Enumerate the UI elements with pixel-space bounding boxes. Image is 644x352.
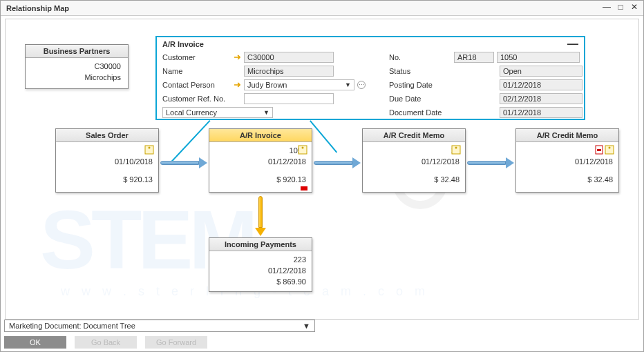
sales-order-card[interactable]: Sales Order 3 01/10/2018 $ 920.13: [55, 128, 159, 193]
lbl-no: No.: [389, 53, 451, 61]
view-mode-value: Marketing Document: Document Tree: [9, 322, 135, 330]
lbl-docdate: Document Date: [389, 108, 451, 117]
flow-arrow-icon: [467, 159, 514, 166]
go-back-button: Go Back: [75, 336, 137, 349]
minimize-icon[interactable]: —: [602, 2, 612, 12]
series-field[interactable]: AR18: [454, 52, 494, 63]
ar-invoice-detail-panel: A/R Invoice — Customer➜C30000 NameMicroc…: [155, 36, 585, 120]
svg-point-1: [149, 147, 151, 149]
ar-credit-memo-cancelled-card[interactable]: A/R Credit Memo 11 01/12/2018 $ 32.48: [515, 128, 619, 193]
relationship-map-window: Relationship Map — □ ✕ STEM® w w w . s t…: [0, 0, 644, 352]
card-date: 01/12/2018: [522, 156, 613, 167]
note-icon[interactable]: [451, 145, 461, 155]
lbl-status: Status: [389, 67, 451, 75]
card-amount: $ 920.13: [215, 174, 306, 185]
detail-title: A/R Invoice: [162, 40, 204, 48]
link-arrow-icon[interactable]: ➜: [233, 81, 241, 89]
status-field: Open: [500, 66, 583, 77]
svg-rect-7: [597, 149, 601, 151]
flow-arrow-icon: [160, 159, 207, 166]
card-title: A/R Invoice: [209, 129, 312, 142]
svg-point-5: [455, 147, 457, 149]
card-title: Sales Order: [56, 129, 158, 142]
go-forward-button: Go Forward: [145, 336, 207, 349]
window-controls: — □ ✕: [602, 2, 639, 12]
ok-button[interactable]: OK: [4, 336, 66, 349]
ar-credit-memo-card[interactable]: A/R Credit Memo 10 01/12/2018 $ 32.48: [362, 128, 466, 193]
lbl-ref: Customer Ref. No.: [162, 95, 230, 103]
currency-dropdown[interactable]: Local Currency▼: [162, 107, 273, 118]
svg-point-3: [302, 147, 304, 149]
card-num: 10: [368, 145, 460, 156]
name-field[interactable]: Microchips: [244, 66, 334, 77]
connector-line: [171, 120, 211, 162]
card-amount: $ 32.48: [522, 174, 613, 185]
posting-date-field[interactable]: 01/12/2018: [500, 79, 583, 90]
business-partners-header: Business Partners: [26, 45, 128, 58]
maximize-icon[interactable]: □: [616, 2, 625, 12]
business-partners-body: C30000 Microchips: [26, 58, 128, 88]
titlebar: Relationship Map — □ ✕: [1, 1, 643, 16]
card-amount: $ 920.13: [61, 174, 153, 185]
window-title: Relationship Map: [6, 4, 69, 12]
cancel-icon: [595, 145, 605, 155]
note-icon[interactable]: [298, 145, 307, 155]
connector-line: [310, 120, 337, 153]
card-amount: $ 32.48: [368, 174, 460, 185]
flow-arrow-down-icon: [257, 196, 264, 236]
document-date-field[interactable]: 01/12/2018: [500, 107, 583, 118]
card-num: 1050: [215, 145, 306, 156]
link-arrow-icon[interactable]: ➜: [233, 53, 241, 61]
incoming-payments-card[interactable]: Incoming Payments 223 01/12/2018 $ 869.9…: [209, 237, 312, 292]
svg-point-9: [609, 147, 611, 149]
lbl-due: Due Date: [389, 95, 451, 103]
lbl-customer: Customer: [162, 53, 230, 61]
lbl-name: Name: [162, 67, 230, 75]
card-num: 3: [61, 145, 153, 156]
card-title: A/R Credit Memo: [516, 129, 618, 142]
status-marker-icon: [301, 186, 307, 190]
contact-dropdown[interactable]: Judy Brown▼: [244, 79, 354, 90]
bp-code: C30000: [32, 61, 121, 72]
card-date: 01/12/2018: [215, 265, 306, 276]
card-date: 01/12/2018: [215, 156, 306, 167]
collapse-icon[interactable]: —: [567, 41, 578, 48]
customer-field[interactable]: C30000: [244, 52, 334, 63]
card-title: A/R Credit Memo: [363, 129, 465, 142]
due-date-field[interactable]: 02/12/2018: [500, 93, 583, 104]
flow-arrow-icon: [314, 159, 361, 166]
view-mode-dropdown[interactable]: Marketing Document: Document Tree ▼: [4, 320, 315, 332]
card-date: 01/12/2018: [368, 156, 460, 167]
ar-invoice-card[interactable]: A/R Invoice 1050 01/12/2018 $ 920.13: [209, 128, 312, 193]
card-date: 01/10/2018: [61, 156, 153, 167]
card-num: 223: [215, 254, 306, 265]
customer-ref-field[interactable]: [244, 93, 334, 104]
button-bar: OK Go Back Go Forward: [4, 336, 207, 349]
info-icon[interactable]: ⋯: [357, 81, 366, 89]
map-canvas[interactable]: STEM® w w w . s t e r l i n g - t e a m …: [5, 19, 639, 320]
chevron-down-icon: ▼: [303, 322, 310, 330]
card-amount: $ 869.90: [215, 276, 306, 287]
note-icon[interactable]: [605, 145, 614, 155]
note-icon[interactable]: [144, 145, 154, 155]
docnum-field[interactable]: 1050: [497, 52, 580, 63]
business-partners-card[interactable]: Business Partners C30000 Microchips: [25, 44, 129, 89]
card-title: Incoming Payments: [209, 238, 312, 251]
lbl-contact: Contact Person: [162, 81, 230, 89]
lbl-posting: Posting Date: [389, 81, 451, 89]
bp-name: Microchips: [32, 72, 121, 83]
close-icon[interactable]: ✕: [629, 2, 639, 12]
